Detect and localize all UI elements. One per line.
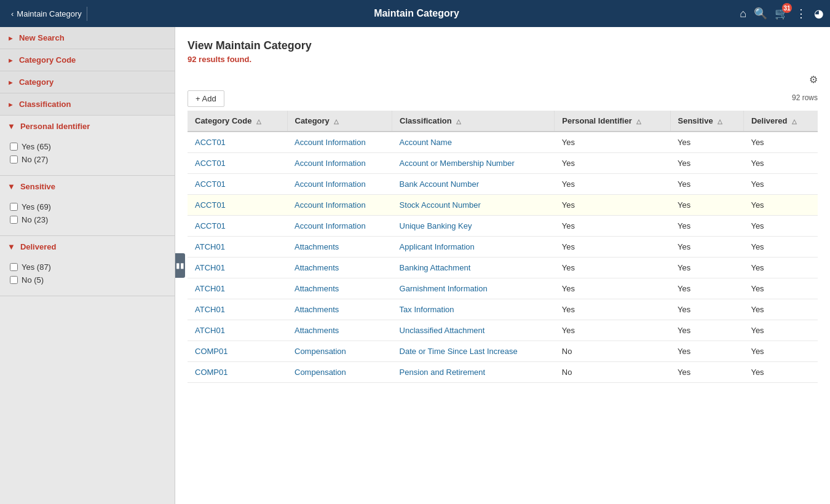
cell-classification[interactable]: Bank Account Number bbox=[392, 174, 555, 195]
sidebar-collapse-handle[interactable]: ▮▮ bbox=[175, 253, 185, 278]
cell-sensitive: Yes bbox=[670, 195, 743, 216]
col-header-category[interactable]: Category △ bbox=[287, 111, 392, 132]
search-icon[interactable]: 🔍 bbox=[754, 7, 767, 20]
col-header-delivered[interactable]: Delivered △ bbox=[743, 111, 818, 132]
more-options-icon[interactable]: ⋮ bbox=[796, 7, 807, 20]
cell-category[interactable]: Account Information bbox=[287, 195, 392, 216]
new-search-header[interactable]: ► New Search bbox=[0, 27, 175, 49]
cell-classification[interactable]: Tax Information bbox=[392, 299, 555, 320]
personal-identifier-no-checkbox[interactable] bbox=[10, 156, 18, 163]
content-title: View Maintain Category bbox=[188, 39, 818, 52]
cell-category[interactable]: Attachments bbox=[287, 299, 392, 320]
cell-category_code[interactable]: ATCH01 bbox=[188, 237, 287, 258]
table-body: ACCT01Account InformationAccount NameYes… bbox=[188, 132, 818, 383]
sensitive-header[interactable]: ▼ Sensitive bbox=[0, 176, 175, 197]
cell-classification[interactable]: Unclassified Attachment bbox=[392, 320, 555, 341]
personal-identifier-yes-checkbox[interactable] bbox=[10, 143, 18, 151]
cell-classification[interactable]: Garnishment Information bbox=[392, 278, 555, 299]
cell-category[interactable]: Account Information bbox=[287, 132, 392, 153]
cell-category_code[interactable]: ATCH01 bbox=[188, 258, 287, 278]
gear-settings-icon[interactable]: ⚙ bbox=[809, 74, 818, 85]
delivered-no-option[interactable]: No (5) bbox=[10, 275, 165, 285]
personal-identifier-header[interactable]: ▼ Personal Identifier bbox=[0, 116, 175, 137]
cell-category[interactable]: Compensation bbox=[287, 362, 392, 383]
category-header[interactable]: ► Category bbox=[0, 71, 175, 93]
classification-header[interactable]: ► Classification bbox=[0, 93, 175, 115]
cell-category_code[interactable]: ATCH01 bbox=[188, 278, 287, 299]
cell-category_code[interactable]: ACCT01 bbox=[188, 153, 287, 174]
col-header-personal-identifier[interactable]: Personal Identifier △ bbox=[555, 111, 670, 132]
cart-icon[interactable]: 🛒 31 bbox=[775, 7, 788, 20]
cell-classification[interactable]: Account Name bbox=[392, 132, 555, 153]
delivered-header[interactable]: ▼ Delivered bbox=[0, 236, 175, 258]
cell-category[interactable]: Attachments bbox=[287, 237, 392, 258]
cell-classification[interactable]: Applicant Information bbox=[392, 237, 555, 258]
cell-category_code[interactable]: ATCH01 bbox=[188, 299, 287, 320]
personal-identifier-arrow-icon: ▼ bbox=[7, 122, 15, 131]
cell-classification[interactable]: Unique Banking Key bbox=[392, 216, 555, 237]
cell-category_code[interactable]: ATCH01 bbox=[188, 320, 287, 341]
cell-category_code[interactable]: COMP01 bbox=[188, 341, 287, 362]
sidebar-item-classification[interactable]: ► Classification bbox=[0, 93, 175, 116]
results-label: results found. bbox=[199, 55, 251, 64]
add-button[interactable]: + Add bbox=[188, 90, 224, 107]
cell-category_code[interactable]: ACCT01 bbox=[188, 216, 287, 237]
col-header-category-code[interactable]: Category Code △ bbox=[188, 111, 287, 132]
table-header-row: Category Code △ Category △ Classificatio… bbox=[188, 111, 818, 132]
personal-identifier-no-option[interactable]: No (27) bbox=[10, 155, 165, 164]
cell-personal_identifier: Yes bbox=[555, 216, 670, 237]
sidebar-item-category-code[interactable]: ► Category Code bbox=[0, 49, 175, 71]
col-header-sensitive[interactable]: Sensitive △ bbox=[670, 111, 743, 132]
personal-identifier-yes-option[interactable]: Yes (65) bbox=[10, 142, 165, 151]
sensitive-yes-option[interactable]: Yes (69) bbox=[10, 202, 165, 211]
cell-category[interactable]: Account Information bbox=[287, 174, 392, 195]
table-row: ATCH01AttachmentsBanking AttachmentYesYe… bbox=[188, 258, 818, 278]
cell-category[interactable]: Attachments bbox=[287, 278, 392, 299]
cell-category_code[interactable]: ACCT01 bbox=[188, 132, 287, 153]
sensitive-no-checkbox[interactable] bbox=[10, 216, 18, 224]
data-table: Category Code △ Category △ Classificatio… bbox=[188, 111, 818, 383]
sidebar-item-new-search[interactable]: ► New Search bbox=[0, 27, 175, 49]
personal-identifier-no-label: No (27) bbox=[22, 155, 48, 164]
cell-delivered: Yes bbox=[743, 132, 818, 153]
cell-classification[interactable]: Stock Account Number bbox=[392, 195, 555, 216]
table-row: COMP01CompensationDate or Time Since Las… bbox=[188, 341, 818, 362]
sort-arrow-sensitive: △ bbox=[717, 118, 722, 125]
compass-icon[interactable]: ◕ bbox=[814, 7, 824, 20]
sensitive-yes-checkbox[interactable] bbox=[10, 203, 18, 211]
back-button[interactable]: ‹ Maintain Category bbox=[6, 7, 87, 21]
cell-category[interactable]: Attachments bbox=[287, 320, 392, 341]
col-header-classification[interactable]: Classification △ bbox=[392, 111, 555, 132]
sidebar: ► New Search ► Category Code ► Category bbox=[0, 27, 175, 504]
cell-category_code[interactable]: ACCT01 bbox=[188, 174, 287, 195]
back-arrow-icon: ‹ bbox=[11, 9, 14, 18]
home-icon[interactable]: ⌂ bbox=[740, 7, 746, 20]
cell-category[interactable]: Account Information bbox=[287, 153, 392, 174]
cell-category_code[interactable]: ACCT01 bbox=[188, 195, 287, 216]
category-code-header[interactable]: ► Category Code bbox=[0, 49, 175, 71]
cell-classification[interactable]: Account or Membership Number bbox=[392, 153, 555, 174]
cell-category_code[interactable]: COMP01 bbox=[188, 362, 287, 383]
sort-arrow-classification: △ bbox=[456, 118, 461, 125]
cell-category[interactable]: Compensation bbox=[287, 341, 392, 362]
cell-category[interactable]: Attachments bbox=[287, 258, 392, 278]
cell-sensitive: Yes bbox=[670, 216, 743, 237]
cell-classification[interactable]: Banking Attachment bbox=[392, 258, 555, 278]
delivered-yes-option[interactable]: Yes (87) bbox=[10, 262, 165, 272]
rows-count: 92 rows bbox=[792, 93, 818, 102]
cell-sensitive: Yes bbox=[670, 299, 743, 320]
sidebar-item-category[interactable]: ► Category bbox=[0, 71, 175, 93]
category-label: Category bbox=[19, 77, 53, 87]
sensitive-no-option[interactable]: No (23) bbox=[10, 215, 165, 224]
cell-classification[interactable]: Pension and Retirement bbox=[392, 362, 555, 383]
cell-classification[interactable]: Date or Time Since Last Increase bbox=[392, 341, 555, 362]
sensitive-filter-body: Yes (69) No (23) bbox=[0, 197, 175, 235]
table-header: Category Code △ Category △ Classificatio… bbox=[188, 111, 818, 132]
cell-category[interactable]: Account Information bbox=[287, 216, 392, 237]
delivered-yes-checkbox[interactable] bbox=[10, 263, 18, 271]
delivered-no-checkbox[interactable] bbox=[10, 276, 18, 284]
category-arrow-icon: ► bbox=[7, 79, 14, 86]
new-search-label: New Search bbox=[19, 33, 65, 42]
sensitive-yes-label: Yes (69) bbox=[22, 202, 51, 211]
sort-arrow-category: △ bbox=[334, 118, 339, 125]
